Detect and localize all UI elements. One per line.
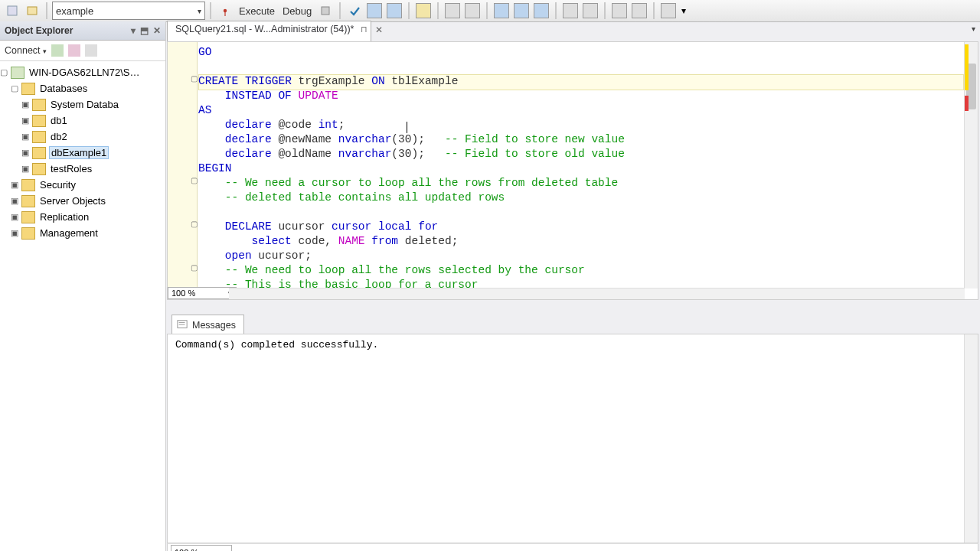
svg-rect-1 bbox=[28, 7, 37, 15]
object-explorer-titlebar: Object Explorer ▾ ⬒ ✕ bbox=[0, 21, 165, 41]
editor-zoom-selector[interactable]: 100 % ▾ bbox=[168, 287, 237, 299]
editor-area: ▢ ▢ ▢ ▢ GO CREATE TRIGGER trgExample ON … bbox=[167, 41, 978, 551]
expand-icon[interactable]: ▣ bbox=[11, 228, 18, 238]
editor-horizontal-scrollbar[interactable] bbox=[229, 288, 965, 299]
editor-vertical-scrollbar[interactable] bbox=[964, 42, 978, 289]
server-node[interactable]: ▢ WIN-DGAS62LLN72\S… bbox=[0, 64, 165, 80]
database-icon bbox=[32, 147, 46, 159]
server-objects-node[interactable]: ▣ Server Objects bbox=[0, 193, 165, 209]
results-grid-icon[interactable] bbox=[492, 2, 511, 20]
database-node[interactable]: ▣ db1 bbox=[0, 112, 165, 129]
object-explorer-tree[interactable]: ▢ WIN-DGAS62LLN72\S… ▢ Databases ▣ Syste… bbox=[0, 61, 165, 551]
toolbar-dropdown-icon[interactable]: ▾ bbox=[679, 2, 688, 20]
expand-icon[interactable]: ▣ bbox=[21, 132, 29, 142]
database-icon bbox=[32, 163, 46, 175]
expand-icon[interactable]: ▣ bbox=[21, 116, 29, 126]
replication-node[interactable]: ▣ Replication bbox=[0, 209, 165, 225]
change-marker bbox=[965, 44, 969, 90]
fold-handle-icon[interactable]: ▢ bbox=[190, 263, 198, 272]
stop-icon[interactable] bbox=[85, 44, 97, 57]
messages-zoom-selector[interactable]: 100 % ▾ bbox=[171, 545, 232, 551]
toolbar-icon[interactable] bbox=[365, 2, 384, 20]
stop-icon[interactable] bbox=[316, 2, 335, 20]
messages-text: Command(s) completed successfully. bbox=[175, 339, 378, 350]
expand-icon[interactable]: ▣ bbox=[11, 196, 18, 206]
expand-icon[interactable]: ▣ bbox=[21, 164, 29, 174]
toolbar-icon[interactable] bbox=[385, 2, 403, 20]
results-text-icon[interactable] bbox=[512, 2, 531, 20]
databases-node[interactable]: ▢ Databases bbox=[0, 80, 165, 96]
collapse-icon[interactable]: ▢ bbox=[11, 83, 18, 93]
document-tab-title: SQLQuery21.sql - W...Administrator (54))… bbox=[175, 24, 354, 34]
expand-icon[interactable]: ▣ bbox=[11, 212, 18, 222]
toolbar-icon[interactable] bbox=[414, 2, 433, 20]
toolbar-icon[interactable] bbox=[443, 2, 462, 20]
close-icon[interactable]: ✕ bbox=[375, 24, 383, 35]
object-explorer-toolbar: Connect ▾ bbox=[0, 41, 165, 61]
database-icon bbox=[32, 115, 46, 127]
database-icon bbox=[32, 131, 46, 143]
database-selector-value: example bbox=[56, 5, 93, 17]
database-node[interactable]: ▣ dbExample1 bbox=[0, 145, 165, 161]
uncomment-icon[interactable] bbox=[581, 2, 599, 20]
folder-icon bbox=[32, 99, 46, 111]
object-explorer-panel: Object Explorer ▾ ⬒ ✕ Connect ▾ ▢ WIN-DG… bbox=[0, 21, 166, 551]
toolbar-icon[interactable] bbox=[23, 2, 41, 20]
main-toolbar: example ▾ Execute Debug ▾ bbox=[0, 0, 980, 22]
debug-button[interactable]: Debug bbox=[279, 5, 315, 17]
messages-vertical-scrollbar[interactable] bbox=[964, 334, 978, 543]
toolbar-icon[interactable] bbox=[463, 2, 482, 20]
connect-button[interactable]: Connect ▾ bbox=[5, 45, 47, 56]
messages-icon bbox=[177, 319, 188, 332]
collapse-icon[interactable]: ▢ bbox=[0, 67, 8, 77]
connect-icon[interactable] bbox=[51, 44, 64, 57]
results-tab-bar: Messages bbox=[167, 315, 978, 334]
database-selector[interactable]: example ▾ bbox=[52, 2, 205, 20]
fold-handle-icon[interactable]: ▢ bbox=[190, 176, 198, 184]
tab-overflow-icon[interactable]: ▾ bbox=[972, 24, 975, 33]
results-file-icon[interactable] bbox=[532, 2, 550, 20]
sql-editor-content[interactable]: GO CREATE TRIGGER trgExample ON tblExamp… bbox=[198, 45, 964, 289]
svg-rect-0 bbox=[8, 6, 17, 15]
messages-tab[interactable]: Messages bbox=[172, 315, 244, 334]
execute-icon[interactable] bbox=[216, 2, 234, 20]
chevron-down-icon: ▾ bbox=[198, 7, 201, 15]
pin-icon[interactable]: ⊓ bbox=[361, 24, 368, 34]
fold-handle-icon[interactable]: ▢ bbox=[190, 220, 198, 228]
management-node[interactable]: ▣ Management bbox=[0, 225, 165, 241]
results-pane: Messages Command(s) completed successful… bbox=[167, 315, 978, 551]
sql-editor[interactable]: ▢ ▢ ▢ ▢ GO CREATE TRIGGER trgExample ON … bbox=[167, 41, 978, 300]
expand-icon[interactable]: ▣ bbox=[21, 99, 29, 109]
error-marker bbox=[965, 96, 969, 111]
chevron-down-icon: ▾ bbox=[43, 47, 47, 55]
dropdown-icon[interactable]: ▾ bbox=[131, 25, 136, 36]
database-node[interactable]: ▣ db2 bbox=[0, 129, 165, 145]
svg-rect-3 bbox=[224, 11, 225, 16]
messages-body[interactable]: Command(s) completed successfully. bbox=[167, 334, 978, 543]
outdent-icon[interactable] bbox=[630, 2, 648, 20]
database-node[interactable]: ▣ testRoles bbox=[0, 161, 165, 177]
fold-handle-icon[interactable]: ▢ bbox=[190, 74, 198, 83]
parse-icon[interactable] bbox=[345, 2, 364, 20]
system-databases-node[interactable]: ▣ System Databa bbox=[0, 96, 165, 112]
disconnect-icon[interactable] bbox=[68, 44, 80, 57]
folder-icon bbox=[21, 195, 35, 207]
expand-icon[interactable]: ▣ bbox=[11, 180, 18, 190]
svg-rect-4 bbox=[322, 7, 329, 15]
toolbar-icon[interactable] bbox=[3, 2, 21, 20]
execute-button[interactable]: Execute bbox=[236, 5, 278, 17]
object-explorer-title: Object Explorer bbox=[5, 25, 73, 36]
close-icon[interactable]: ✕ bbox=[153, 25, 161, 36]
expand-icon[interactable]: ▣ bbox=[21, 148, 29, 158]
folder-icon bbox=[21, 211, 35, 223]
chevron-down-icon: ▾ bbox=[224, 548, 228, 552]
folder-icon bbox=[21, 179, 35, 191]
folder-icon bbox=[21, 227, 35, 240]
security-node[interactable]: ▣ Security bbox=[0, 177, 165, 193]
autohide-pin-icon[interactable]: ⬒ bbox=[140, 25, 149, 36]
document-tab[interactable]: SQLQuery21.sql - W...Administrator (54))… bbox=[167, 21, 371, 42]
intellisense-icon[interactable] bbox=[659, 2, 678, 20]
messages-tab-label: Messages bbox=[192, 320, 236, 331]
comment-icon[interactable] bbox=[561, 2, 580, 20]
indent-icon[interactable] bbox=[610, 2, 629, 20]
